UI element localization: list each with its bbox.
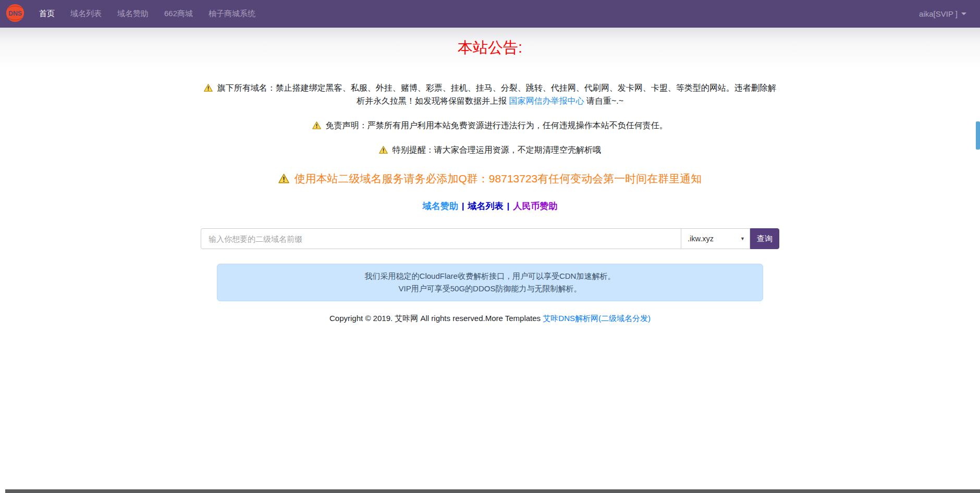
copyright-text: Copyright © 2019. 艾咔网 All rights reserve… bbox=[329, 314, 543, 323]
nav-item-youzi-shop[interactable]: 柚子商城系统 bbox=[202, 5, 262, 23]
info-line-2: VIP用户可享受50G的DDOS防御能力与无限制解析。 bbox=[226, 282, 754, 295]
reminder-text: 特别提醒：请大家合理运用资源，不定期清理空壳解析哦 bbox=[393, 145, 601, 154]
vertical-scrollbar-thumb[interactable] bbox=[976, 121, 980, 150]
warning-icon bbox=[312, 121, 325, 130]
reminder-line: 特别提醒：请大家合理运用资源，不定期清理空壳解析哦 bbox=[201, 143, 779, 156]
username-label: aika[SVIP ] bbox=[919, 9, 958, 18]
chevron-down-icon bbox=[961, 13, 966, 15]
footer-site-link[interactable]: 艾咔DNS解析网(二级域名分发) bbox=[543, 314, 651, 323]
domain-prefix-input[interactable] bbox=[201, 228, 681, 249]
disclaimer-line: 免责声明：严禁所有用户利用本站免费资源进行违法行为，任何违规操作本站不负任何责任… bbox=[201, 119, 779, 132]
page-title: 本站公告: bbox=[201, 38, 779, 58]
site-logo[interactable]: DNS bbox=[5, 3, 25, 25]
nav-item-662-shop[interactable]: 662商城 bbox=[157, 5, 200, 23]
domain-suffix-select[interactable]: .ikw.xyz ▼ bbox=[681, 228, 750, 249]
suffix-selected-value: .ikw.xyz bbox=[688, 235, 714, 243]
quick-link-rmb-sponsor[interactable]: 人民币赞助 bbox=[513, 201, 557, 211]
link-separator: | bbox=[462, 201, 464, 211]
svg-text:DNS: DNS bbox=[8, 10, 22, 17]
report-center-link[interactable]: 国家网信办举报中心 bbox=[509, 96, 584, 105]
top-navbar: DNS 首页 域名列表 域名赞助 662商城 柚子商城系统 aika[SVIP … bbox=[0, 0, 980, 28]
nav-item-domain-list[interactable]: 域名列表 bbox=[64, 5, 108, 23]
warning-icon bbox=[204, 83, 217, 92]
user-dropdown[interactable]: aika[SVIP ] bbox=[919, 9, 966, 18]
nav-item-home[interactable]: 首页 bbox=[32, 5, 62, 23]
rule-text-suffix: 请自重~.~ bbox=[584, 96, 623, 105]
announcement-rule-line: 旗下所有域名：禁止搭建绑定黑客、私服、外挂、赌博、彩票、挂机、挂马、分裂、跳转、… bbox=[201, 81, 779, 107]
dns-globe-icon: DNS bbox=[5, 3, 25, 25]
quick-link-domain-sponsor[interactable]: 域名赞助 bbox=[423, 201, 458, 211]
quick-link-domain-list[interactable]: 域名列表 bbox=[468, 201, 504, 211]
warning-icon bbox=[278, 172, 295, 184]
cloudflare-info-box: 我们采用稳定的CloudFlare收费解析接口，用户可以享受CDN加速解析。 V… bbox=[217, 264, 763, 301]
warning-icon bbox=[379, 145, 392, 154]
domain-search-group: .ikw.xyz ▼ 查询 bbox=[201, 228, 779, 249]
qq-group-notice: 使用本站二级域名服务请务必添加Q群：98713723有任何变动会第一时间在群里通… bbox=[201, 171, 779, 187]
nav-links: 首页 域名列表 域名赞助 662商城 柚子商城系统 bbox=[32, 5, 919, 23]
query-button[interactable]: 查询 bbox=[750, 228, 779, 249]
disclaimer-text: 免责声明：严禁所有用户利用本站免费资源进行违法行为，任何违规操作本站不负任何责任… bbox=[326, 121, 668, 130]
horizontal-scrollbar[interactable] bbox=[5, 489, 980, 493]
link-separator: | bbox=[507, 201, 510, 211]
quick-links-row: 域名赞助|域名列表|人民币赞助 bbox=[201, 200, 779, 212]
select-dropdown-arrow-icon: ▼ bbox=[740, 236, 745, 241]
rule-text: 旗下所有域名：禁止搭建绑定黑客、私服、外挂、赌博、彩票、挂机、挂马、分裂、跳转、… bbox=[217, 83, 776, 105]
main-content: 本站公告: 旗下所有域名：禁止搭建绑定黑客、私服、外挂、赌博、彩票、挂机、挂马、… bbox=[0, 28, 980, 351]
nav-item-domain-sponsor[interactable]: 域名赞助 bbox=[111, 5, 155, 23]
qq-notice-text: 使用本站二级域名服务请务必添加Q群：98713723有任何变动会第一时间在群里通… bbox=[295, 172, 702, 184]
info-line-1: 我们采用稳定的CloudFlare收费解析接口，用户可以享受CDN加速解析。 bbox=[226, 270, 754, 282]
copyright-footer: Copyright © 2019. 艾咔网 All rights reserve… bbox=[201, 314, 779, 324]
